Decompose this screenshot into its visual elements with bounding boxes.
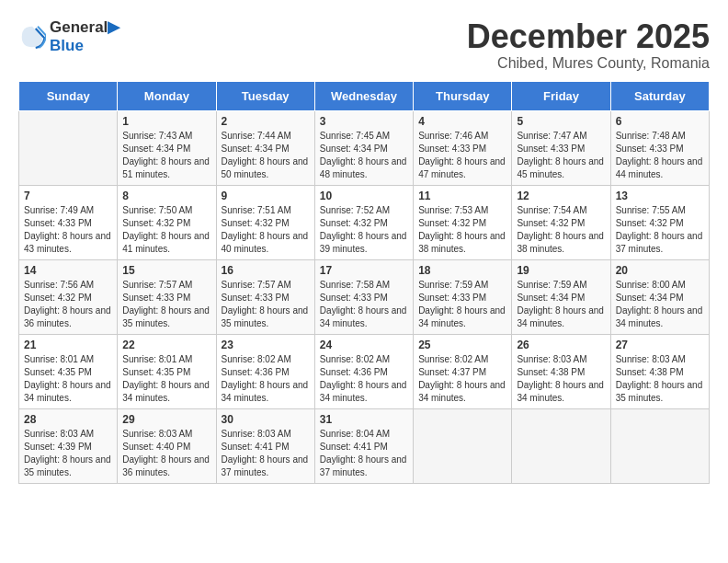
daylight-text: Daylight: 8 hours and 38 minutes.: [418, 230, 506, 256]
sunset-text: Sunset: 4:32 PM: [418, 217, 506, 230]
day-number: 18: [418, 264, 506, 277]
daylight-text: Daylight: 8 hours and 41 minutes.: [122, 230, 210, 256]
daylight-text: Daylight: 8 hours and 37 minutes.: [616, 230, 704, 256]
calendar-table: SundayMondayTuesdayWednesdayThursdayFrid…: [18, 81, 710, 484]
sunrise-text: Sunrise: 7:56 AM: [24, 279, 112, 292]
day-info: Sunrise: 7:47 AM Sunset: 4:33 PM Dayligh…: [517, 130, 605, 181]
sunrise-text: Sunrise: 7:53 AM: [418, 204, 506, 217]
sunset-text: Sunset: 4:33 PM: [320, 292, 408, 304]
day-number: 17: [320, 264, 408, 277]
day-number: 21: [24, 339, 112, 351]
day-number: 30: [222, 413, 310, 426]
sunset-text: Sunset: 4:32 PM: [24, 292, 112, 304]
sunrise-text: Sunrise: 7:50 AM: [122, 204, 210, 217]
day-info: Sunrise: 7:59 AM Sunset: 4:33 PM Dayligh…: [418, 279, 506, 330]
day-info: Sunrise: 8:02 AM Sunset: 4:36 PM Dayligh…: [222, 353, 310, 405]
calendar-day-cell: [610, 408, 709, 483]
daylight-text: Daylight: 8 hours and 50 minutes.: [222, 155, 310, 181]
sunrise-text: Sunrise: 8:02 AM: [320, 353, 408, 366]
sunrise-text: Sunrise: 8:01 AM: [24, 353, 112, 366]
daylight-text: Daylight: 8 hours and 36 minutes.: [122, 454, 210, 479]
sunrise-text: Sunrise: 7:54 AM: [517, 204, 605, 217]
calendar-day-cell: 30 Sunrise: 8:03 AM Sunset: 4:41 PM Dayl…: [216, 408, 314, 483]
daylight-text: Daylight: 8 hours and 34 minutes.: [616, 304, 704, 330]
day-info: Sunrise: 8:03 AM Sunset: 4:40 PM Dayligh…: [122, 428, 210, 479]
sunrise-text: Sunrise: 7:46 AM: [418, 130, 506, 143]
calendar-week-row: 28 Sunrise: 8:03 AM Sunset: 4:39 PM Dayl…: [19, 408, 710, 483]
calendar-day-cell: [512, 408, 610, 483]
calendar-day-cell: 11 Sunrise: 7:53 AM Sunset: 4:32 PM Dayl…: [414, 185, 512, 259]
daylight-text: Daylight: 8 hours and 34 minutes.: [122, 379, 210, 405]
sunset-text: Sunset: 4:32 PM: [122, 217, 210, 230]
sunrise-text: Sunrise: 7:45 AM: [320, 130, 408, 143]
day-info: Sunrise: 8:02 AM Sunset: 4:36 PM Dayligh…: [320, 353, 408, 405]
day-info: Sunrise: 8:03 AM Sunset: 4:39 PM Dayligh…: [24, 428, 112, 479]
header: General▶ Blue December 2025 Chibed, Mure…: [18, 18, 710, 72]
sunset-text: Sunset: 4:33 PM: [418, 292, 506, 304]
day-info: Sunrise: 7:43 AM Sunset: 4:34 PM Dayligh…: [122, 130, 210, 181]
sunset-text: Sunset: 4:32 PM: [517, 217, 605, 230]
daylight-text: Daylight: 8 hours and 35 minutes.: [616, 379, 704, 405]
daylight-text: Daylight: 8 hours and 34 minutes.: [24, 379, 112, 405]
sunset-text: Sunset: 4:32 PM: [222, 217, 310, 230]
daylight-text: Daylight: 8 hours and 34 minutes.: [222, 379, 310, 405]
day-of-week-header: Tuesday: [216, 81, 314, 110]
sunset-text: Sunset: 4:41 PM: [320, 441, 408, 454]
calendar-day-cell: 17 Sunrise: 7:58 AM Sunset: 4:33 PM Dayl…: [314, 259, 413, 334]
sunset-text: Sunset: 4:35 PM: [24, 366, 112, 379]
day-of-week-header: Monday: [118, 81, 216, 110]
calendar-day-cell: 13 Sunrise: 7:55 AM Sunset: 4:32 PM Dayl…: [610, 185, 709, 259]
day-number: 8: [122, 190, 210, 202]
day-number: 20: [616, 264, 704, 277]
day-number: 10: [320, 190, 408, 202]
day-of-week-header: Wednesday: [314, 81, 413, 110]
calendar-day-cell: 27 Sunrise: 8:03 AM Sunset: 4:38 PM Dayl…: [610, 334, 709, 408]
sunrise-text: Sunrise: 7:57 AM: [222, 279, 310, 292]
sunrise-text: Sunrise: 7:48 AM: [616, 130, 704, 143]
calendar-header: SundayMondayTuesdayWednesdayThursdayFrid…: [19, 81, 710, 110]
day-info: Sunrise: 8:01 AM Sunset: 4:35 PM Dayligh…: [122, 353, 210, 405]
sunrise-text: Sunrise: 8:02 AM: [222, 353, 310, 366]
calendar-day-cell: 26 Sunrise: 8:03 AM Sunset: 4:38 PM Dayl…: [512, 334, 610, 408]
daylight-text: Daylight: 8 hours and 34 minutes.: [418, 379, 506, 405]
daylight-text: Daylight: 8 hours and 36 minutes.: [24, 304, 112, 330]
sunrise-text: Sunrise: 8:03 AM: [517, 353, 605, 366]
sunset-text: Sunset: 4:33 PM: [222, 292, 310, 304]
sunset-text: Sunset: 4:33 PM: [24, 217, 112, 230]
calendar-day-cell: 8 Sunrise: 7:50 AM Sunset: 4:32 PM Dayli…: [118, 185, 216, 259]
sunrise-text: Sunrise: 8:03 AM: [24, 428, 112, 441]
day-info: Sunrise: 7:59 AM Sunset: 4:34 PM Dayligh…: [517, 279, 605, 330]
calendar-day-cell: 20 Sunrise: 8:00 AM Sunset: 4:34 PM Dayl…: [610, 259, 709, 334]
daylight-text: Daylight: 8 hours and 35 minutes.: [222, 304, 310, 330]
daylight-text: Daylight: 8 hours and 35 minutes.: [122, 304, 210, 330]
sunrise-text: Sunrise: 7:43 AM: [122, 130, 210, 143]
sunrise-text: Sunrise: 7:47 AM: [517, 130, 605, 143]
day-number: 16: [222, 264, 310, 277]
calendar-day-cell: 18 Sunrise: 7:59 AM Sunset: 4:33 PM Dayl…: [414, 259, 512, 334]
sunset-text: Sunset: 4:34 PM: [320, 143, 408, 155]
logo: General▶ Blue: [18, 18, 119, 54]
calendar-day-cell: 3 Sunrise: 7:45 AM Sunset: 4:34 PM Dayli…: [314, 110, 413, 185]
day-number: 31: [320, 413, 408, 426]
daylight-text: Daylight: 8 hours and 34 minutes.: [517, 304, 605, 330]
calendar-day-cell: 24 Sunrise: 8:02 AM Sunset: 4:36 PM Dayl…: [314, 334, 413, 408]
sunset-text: Sunset: 4:32 PM: [320, 217, 408, 230]
calendar-day-cell: 9 Sunrise: 7:51 AM Sunset: 4:32 PM Dayli…: [216, 185, 314, 259]
calendar-day-cell: 7 Sunrise: 7:49 AM Sunset: 4:33 PM Dayli…: [19, 185, 118, 259]
calendar-day-cell: 2 Sunrise: 7:44 AM Sunset: 4:34 PM Dayli…: [216, 110, 314, 185]
daylight-text: Daylight: 8 hours and 34 minutes.: [320, 379, 408, 405]
day-info: Sunrise: 7:45 AM Sunset: 4:34 PM Dayligh…: [320, 130, 408, 181]
day-number: 7: [24, 190, 112, 202]
day-number: 29: [122, 413, 210, 426]
day-info: Sunrise: 7:56 AM Sunset: 4:32 PM Dayligh…: [24, 279, 112, 330]
day-info: Sunrise: 8:03 AM Sunset: 4:38 PM Dayligh…: [517, 353, 605, 405]
day-info: Sunrise: 8:01 AM Sunset: 4:35 PM Dayligh…: [24, 353, 112, 405]
sunrise-text: Sunrise: 8:02 AM: [418, 353, 506, 366]
calendar-day-cell: [414, 408, 512, 483]
day-info: Sunrise: 7:58 AM Sunset: 4:33 PM Dayligh…: [320, 279, 408, 330]
day-number: 25: [418, 339, 506, 351]
daylight-text: Daylight: 8 hours and 43 minutes.: [24, 230, 112, 256]
day-number: 3: [320, 115, 408, 128]
day-number: 5: [517, 115, 605, 128]
day-number: 26: [517, 339, 605, 351]
